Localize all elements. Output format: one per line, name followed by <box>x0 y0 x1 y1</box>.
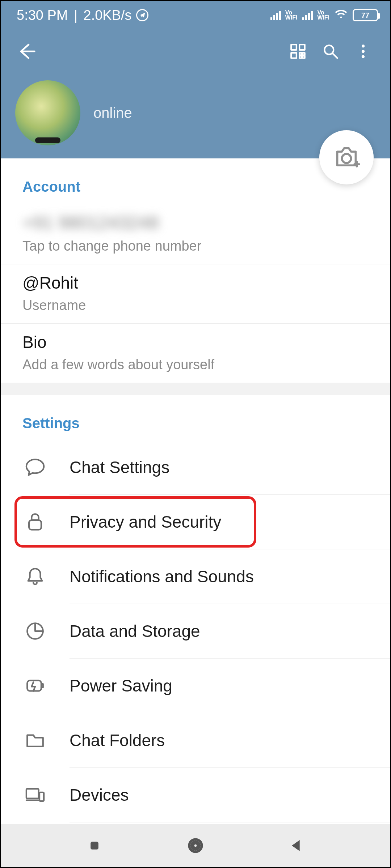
svg-point-10 <box>362 55 365 58</box>
settings-item-label: Chat Settings <box>70 458 169 477</box>
signal-bars-icon-2 <box>302 10 313 20</box>
settings-item-chat-folders[interactable]: Chat Folders <box>1 713 390 767</box>
bell-icon <box>22 564 48 589</box>
svg-rect-12 <box>29 520 41 530</box>
chat-icon <box>22 455 48 480</box>
phone-number-subtitle: Tap to change phone number <box>22 238 369 254</box>
phone-number-value: +91 9801243248 <box>22 212 369 233</box>
settings-section-header: Settings <box>1 395 390 440</box>
settings-item-chat-settings[interactable]: Chat Settings <box>1 440 390 494</box>
account-username-item[interactable]: @Rohit Username <box>1 264 390 324</box>
account-phone-item[interactable]: +91 9801243248 Tap to change phone numbe… <box>1 204 390 264</box>
telegram-indicator-icon <box>136 9 148 21</box>
settings-item-privacy-security[interactable]: Privacy and Security <box>1 495 390 549</box>
nav-back-button[interactable] <box>278 827 315 864</box>
svg-rect-3 <box>299 53 302 55</box>
username-value: @Rohit <box>22 273 369 293</box>
status-time: 5:30 PM <box>17 8 68 23</box>
account-bio-item[interactable]: Bio Add a few words about yourself <box>1 324 390 383</box>
svg-rect-1 <box>299 44 305 50</box>
settings-item-power-saving[interactable]: Power Saving <box>1 659 390 713</box>
svg-rect-15 <box>26 789 39 799</box>
username-subtitle: Username <box>22 298 369 313</box>
online-status: online <box>93 105 132 121</box>
settings-item-label: Devices <box>70 785 129 805</box>
toolbar <box>1 30 390 73</box>
svg-rect-5 <box>299 56 302 58</box>
vowifi-label-1: Vo WiFi <box>285 10 298 20</box>
settings-item-devices[interactable]: Devices <box>1 768 390 822</box>
folder-icon <box>22 728 48 753</box>
settings-list: Chat Settings Privacy and Security Notif… <box>1 440 390 824</box>
svg-point-8 <box>362 44 365 47</box>
svg-rect-18 <box>91 842 98 850</box>
lock-icon <box>22 509 48 535</box>
signal-bars-icon <box>270 10 281 20</box>
avatar[interactable] <box>15 80 80 145</box>
settings-item-notifications[interactable]: Notifications and Sounds <box>1 549 390 604</box>
svg-rect-16 <box>39 792 44 801</box>
nav-home-button[interactable] <box>177 827 214 864</box>
search-button[interactable] <box>314 35 347 68</box>
svg-rect-2 <box>291 53 297 58</box>
bio-value: Bio <box>22 332 369 352</box>
nav-recents-button[interactable] <box>76 827 113 864</box>
section-divider <box>1 383 390 395</box>
qr-code-button[interactable] <box>282 35 314 68</box>
status-sep: | <box>70 8 81 23</box>
status-left: 5:30 PM | 2.0KB/s <box>17 8 148 23</box>
settings-item-label: Privacy and Security <box>70 512 221 532</box>
wifi-icon <box>335 7 348 24</box>
settings-item-data-storage[interactable]: Data and Storage <box>1 604 390 658</box>
devices-icon <box>22 782 48 808</box>
svg-rect-0 <box>291 44 297 50</box>
svg-point-9 <box>362 50 365 53</box>
status-right: Vo WiFi Vo WiFi 77 <box>270 7 378 24</box>
svg-point-7 <box>324 45 333 54</box>
battery-percent: 77 <box>361 11 369 20</box>
settings-item-label: Notifications and Sounds <box>70 567 254 586</box>
status-bar: 5:30 PM | 2.0KB/s Vo WiFi Vo WiFi 77 <box>1 1 390 30</box>
battery-indicator: 77 <box>353 9 378 21</box>
svg-point-20 <box>192 842 198 848</box>
svg-rect-6 <box>303 53 305 55</box>
back-button[interactable] <box>12 37 41 66</box>
system-nav-bar <box>1 824 390 867</box>
vowifi-label-2: Vo WiFi <box>317 10 329 20</box>
content-scroll[interactable]: Account +91 9801243248 Tap to change pho… <box>1 158 390 824</box>
settings-item-label: Data and Storage <box>70 621 200 641</box>
svg-rect-4 <box>303 56 305 58</box>
more-options-button[interactable] <box>347 35 379 68</box>
status-net-speed: 2.0KB/s <box>84 8 132 23</box>
change-photo-button[interactable] <box>319 130 374 184</box>
profile-header: online <box>1 30 390 158</box>
bio-subtitle: Add a few words about yourself <box>22 357 369 373</box>
svg-point-11 <box>342 154 351 163</box>
pie-icon <box>22 618 48 644</box>
bolt-icon <box>22 673 48 698</box>
settings-item-label: Chat Folders <box>70 731 165 750</box>
settings-item-label: Power Saving <box>70 676 172 695</box>
